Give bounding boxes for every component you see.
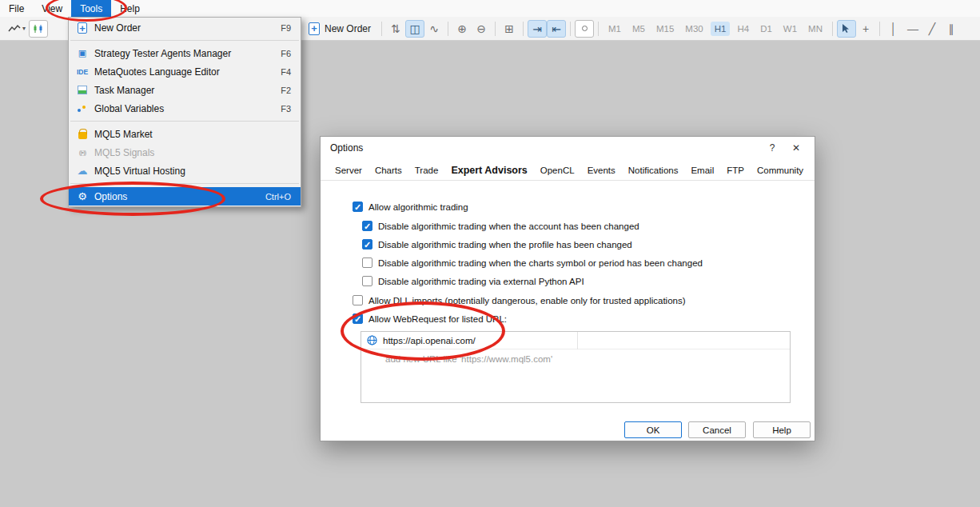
checkbox-icon[interactable] bbox=[353, 295, 363, 305]
timeframe-m30[interactable]: M30 bbox=[681, 22, 707, 36]
timeframe-w1[interactable]: W1 bbox=[779, 22, 801, 36]
new-chart-button[interactable] bbox=[29, 20, 48, 38]
checkbox-icon[interactable] bbox=[353, 202, 363, 212]
tab-community[interactable]: Community bbox=[751, 162, 810, 180]
timeframe-m1[interactable]: M1 bbox=[604, 22, 625, 36]
grid-icon[interactable]: ⊞ bbox=[500, 20, 519, 38]
menu-item-label: MQL5 Virtual Hosting bbox=[94, 166, 291, 177]
menu-shortcut: F6 bbox=[281, 49, 291, 58]
tab-charts[interactable]: Charts bbox=[368, 162, 408, 180]
menu-separator bbox=[70, 183, 299, 184]
zoom-in-icon[interactable]: ⊕ bbox=[452, 20, 472, 38]
checkbox-label: Allow DLL imports (potentially dangerous… bbox=[368, 296, 686, 305]
menu-view[interactable]: View bbox=[33, 0, 71, 17]
crosshair-icon[interactable]: + bbox=[856, 20, 875, 38]
new-order-button[interactable]: New Order bbox=[305, 21, 377, 37]
menu-help[interactable]: Help bbox=[111, 0, 149, 17]
menu-separator bbox=[70, 40, 299, 41]
toolbar-separator bbox=[448, 22, 448, 36]
zoom-out-icon[interactable]: ⊖ bbox=[472, 20, 491, 38]
checkbox-label: Disable algorithmic trading via external… bbox=[378, 277, 584, 286]
ide-icon: IDE bbox=[74, 68, 91, 76]
checkbox-disable-python-api[interactable]: Disable algorithmic trading via external… bbox=[362, 276, 584, 286]
cancel-button[interactable]: Cancel bbox=[688, 421, 746, 438]
checkbox-icon[interactable] bbox=[362, 257, 372, 268]
dialog-help-icon[interactable]: ? bbox=[760, 139, 784, 157]
gear-icon: ⚙ bbox=[74, 190, 91, 202]
vertical-line-icon[interactable]: │ bbox=[884, 20, 903, 38]
webrequest-url-list[interactable]: https://api.openai.com/ add new URL like… bbox=[361, 331, 791, 403]
url-list-item[interactable]: https://api.openai.com/ bbox=[361, 332, 790, 349]
ok-button[interactable]: OK bbox=[624, 421, 682, 438]
tab-events[interactable]: Events bbox=[581, 162, 622, 180]
checkbox-icon[interactable] bbox=[362, 221, 372, 231]
timeframe-h4[interactable]: H4 bbox=[733, 22, 753, 36]
checkbox-icon[interactable] bbox=[353, 313, 363, 324]
tab-ftp[interactable]: FTP bbox=[720, 162, 751, 180]
timeframe-h1[interactable]: H1 bbox=[711, 22, 731, 36]
menu-item-mql5-virtual-hosting[interactable]: ☁ MQL5 Virtual Hosting bbox=[69, 162, 301, 180]
menu-item-mql5-market[interactable]: MQL5 Market bbox=[69, 125, 301, 143]
menu-tools[interactable]: Tools bbox=[71, 0, 111, 17]
checkbox-label: Allow WebRequest for listed URL: bbox=[368, 314, 507, 324]
menu-item-label: Task Manager bbox=[94, 85, 281, 96]
trendline-icon[interactable]: ╱ bbox=[922, 20, 942, 38]
tab-expert-advisors[interactable]: Expert Advisors bbox=[444, 161, 533, 180]
checkbox-disable-on-symbol-change[interactable]: Disable algorithmic trading when the cha… bbox=[362, 257, 703, 268]
tab-trade[interactable]: Trade bbox=[408, 162, 445, 180]
chart-shift-icon[interactable]: ⇥ bbox=[528, 20, 547, 38]
menu-item-mql5-signals[interactable]: ((•)) MQL5 Signals bbox=[69, 143, 301, 162]
toolbar-separator bbox=[598, 22, 599, 36]
bar-chart-icon[interactable]: ◫ bbox=[405, 20, 424, 38]
toolbar-main-group: New Order ⇅ ◫ ∿ ⊕ ⊖ ⊞ ⇥ ⇤ M1 M5 M15 M30 … bbox=[305, 17, 961, 40]
tab-server[interactable]: Server bbox=[329, 162, 368, 180]
toolbar-separator bbox=[381, 22, 382, 36]
cursor-icon[interactable] bbox=[837, 20, 856, 38]
timeframe-m5[interactable]: M5 bbox=[628, 22, 649, 36]
global-variables-icon bbox=[74, 105, 91, 113]
horizontal-line-icon[interactable]: — bbox=[903, 20, 922, 38]
checkbox-disable-on-profile-change[interactable]: Disable algorithmic trading when the pro… bbox=[362, 239, 632, 250]
chevron-down-icon[interactable]: ▾ bbox=[22, 25, 26, 32]
auto-scroll-icon[interactable]: ⇤ bbox=[547, 20, 566, 38]
menu-item-task-manager[interactable]: Task Manager F2 bbox=[69, 81, 301, 99]
checkbox-allow-webrequest[interactable]: Allow WebRequest for listed URL: bbox=[353, 313, 507, 324]
close-icon[interactable]: ✕ bbox=[784, 139, 808, 157]
tab-notifications[interactable]: Notifications bbox=[622, 162, 685, 180]
menu-item-label: New Order bbox=[94, 22, 281, 34]
new-order-icon bbox=[309, 22, 320, 35]
checkbox-icon[interactable] bbox=[362, 239, 372, 250]
market-bag-icon bbox=[74, 130, 91, 139]
line-chart-icon[interactable] bbox=[5, 20, 24, 38]
checkbox-label: Disable algorithmic trading when the acc… bbox=[378, 222, 639, 231]
tab-opencl[interactable]: OpenCL bbox=[534, 162, 581, 180]
checkbox-allow-dll-imports[interactable]: Allow DLL imports (potentially dangerous… bbox=[353, 295, 686, 305]
scale-fix-icon[interactable]: ⇅ bbox=[386, 20, 405, 38]
url-add-hint[interactable]: add new URL like 'https://www.mql5.com' bbox=[361, 349, 790, 364]
menu-file[interactable]: File bbox=[0, 0, 33, 17]
indicator-wave-icon[interactable]: ∿ bbox=[424, 20, 444, 38]
timeframe-m15[interactable]: M15 bbox=[652, 22, 678, 36]
menu-item-options[interactable]: ⚙ Options Ctrl+O bbox=[69, 187, 301, 206]
menu-item-strategy-tester-agents[interactable]: ▣ Strategy Tester Agents Manager F6 bbox=[69, 44, 301, 62]
checkbox-label: Allow algorithmic trading bbox=[368, 202, 468, 212]
menu-item-new-order[interactable]: New Order F9 bbox=[69, 18, 301, 37]
checkbox-icon[interactable] bbox=[362, 276, 372, 286]
menu-item-metaeditor[interactable]: IDE MetaQuotes Language Editor F4 bbox=[69, 62, 301, 81]
toolbar-separator bbox=[523, 22, 524, 36]
metatrader-window: File View Tools Help ▾ New Order ⇅ ◫ ∿ ⊕ bbox=[0, 0, 980, 507]
channel-icon[interactable]: ∥ bbox=[942, 20, 961, 38]
dialog-title: Options bbox=[330, 142, 760, 154]
menu-item-global-variables[interactable]: Global Variables F3 bbox=[69, 99, 301, 118]
timeframe-mn[interactable]: MN bbox=[804, 22, 827, 36]
checkbox-disable-on-account-change[interactable]: Disable algorithmic trading when the acc… bbox=[362, 221, 639, 231]
help-button[interactable]: Help bbox=[753, 421, 811, 438]
menu-item-label: Global Variables bbox=[94, 103, 281, 114]
menu-shortcut: F4 bbox=[281, 67, 291, 77]
camera-icon[interactable] bbox=[575, 20, 594, 38]
url-value: https://api.openai.com/ bbox=[383, 336, 476, 345]
checkbox-allow-algo-trading[interactable]: Allow algorithmic trading bbox=[353, 202, 468, 212]
globe-icon bbox=[367, 335, 377, 345]
timeframe-d1[interactable]: D1 bbox=[756, 22, 776, 36]
tab-email[interactable]: Email bbox=[684, 162, 720, 180]
